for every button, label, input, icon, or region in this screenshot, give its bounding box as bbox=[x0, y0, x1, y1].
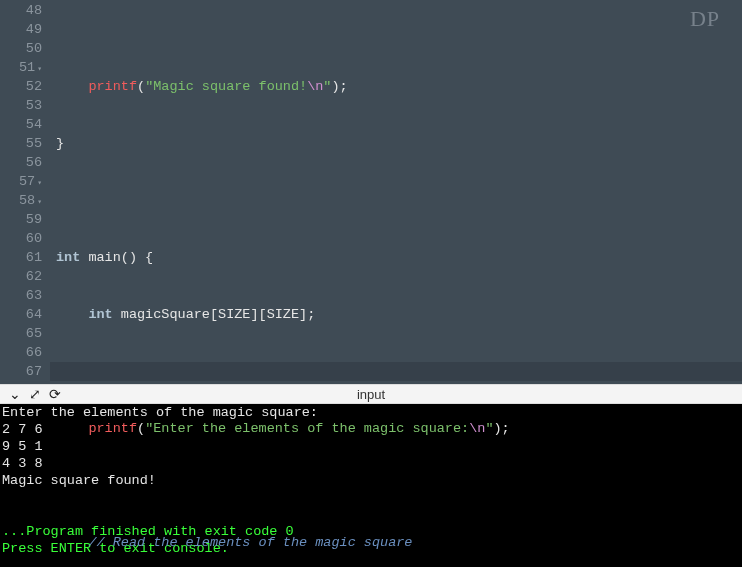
code-editor[interactable]: DP 4849505152535455565758596061626364656… bbox=[0, 0, 742, 384]
line-number: 53 bbox=[0, 96, 42, 115]
line-number: 56 bbox=[0, 153, 42, 172]
code-line: } bbox=[56, 134, 742, 153]
splitter-bar[interactable]: ⌄ ⤢ ⟳ input bbox=[0, 384, 742, 404]
code-line bbox=[56, 476, 742, 495]
line-number: 48 bbox=[0, 1, 42, 20]
code-line bbox=[56, 191, 742, 210]
line-number: 57 bbox=[0, 172, 42, 191]
line-number: 67 bbox=[0, 362, 42, 381]
reload-icon[interactable]: ⟳ bbox=[48, 386, 62, 402]
line-number: 63 bbox=[0, 286, 42, 305]
line-number: 49 bbox=[0, 20, 42, 39]
code-line: // Read the elements of the magic square bbox=[56, 533, 742, 552]
line-number-gutter: 4849505152535455565758596061626364656667 bbox=[0, 0, 50, 384]
code-line: printf("Magic square found!\n"); bbox=[56, 77, 742, 96]
code-line: int main() { bbox=[56, 248, 742, 267]
expand-icon[interactable]: ⤢ bbox=[28, 386, 42, 402]
line-number: 50 bbox=[0, 39, 42, 58]
line-number: 58 bbox=[0, 191, 42, 210]
line-number: 60 bbox=[0, 229, 42, 248]
line-number: 66 bbox=[0, 343, 42, 362]
line-number: 52 bbox=[0, 77, 42, 96]
line-number: 64 bbox=[0, 305, 42, 324]
code-line: printf("Enter the elements of the magic … bbox=[56, 419, 742, 438]
panel-label-input: input bbox=[357, 387, 385, 402]
code-line: int magicSquare[SIZE][SIZE]; bbox=[56, 305, 742, 324]
line-number: 54 bbox=[0, 115, 42, 134]
line-number: 65 bbox=[0, 324, 42, 343]
line-number: 59 bbox=[0, 210, 42, 229]
line-number: 55 bbox=[0, 134, 42, 153]
chevron-down-icon[interactable]: ⌄ bbox=[8, 386, 22, 402]
active-line-highlight bbox=[50, 362, 742, 381]
fn-printf: printf bbox=[88, 79, 137, 94]
line-number: 62 bbox=[0, 267, 42, 286]
line-number: 61 bbox=[0, 248, 42, 267]
code-area[interactable]: printf("Magic square found!\n"); } int m… bbox=[50, 0, 742, 384]
line-number: 51 bbox=[0, 58, 42, 77]
